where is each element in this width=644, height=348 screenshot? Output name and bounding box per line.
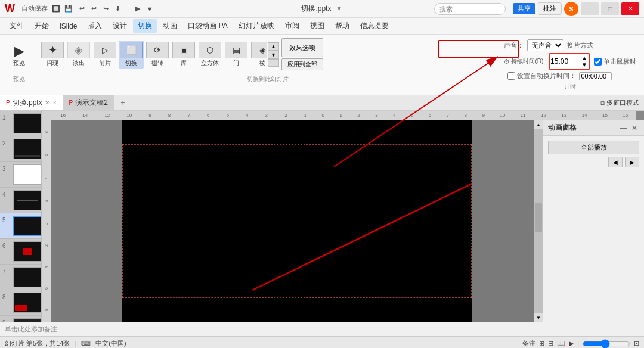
slide-image-7	[13, 267, 42, 287]
slide-thumb-4[interactable]: 4	[0, 188, 41, 213]
sound-select[interactable]: 无声音	[527, 39, 564, 51]
menu-design[interactable]: 设计	[108, 19, 132, 33]
slide-thumb-7[interactable]: 7	[0, 265, 41, 290]
panel-close-button[interactable]: ✕	[630, 124, 639, 132]
menu-transition[interactable]: 切换	[133, 19, 157, 33]
menu-insert[interactable]: 插入	[83, 19, 107, 33]
slide-image-4	[13, 190, 42, 210]
duration-down[interactable]: ▼	[580, 61, 589, 68]
app-logo: W	[5, 2, 15, 15]
maximize-button[interactable]: □	[601, 2, 619, 15]
slide-thumb-6[interactable]: 6	[0, 239, 41, 265]
tab2-icon: P	[69, 100, 73, 106]
status-divider2: |	[577, 340, 579, 347]
panel-next-button[interactable]: ▶	[625, 157, 639, 167]
scroll-thumb[interactable]	[535, 203, 542, 232]
play-all-button[interactable]: 全部播放	[548, 141, 639, 154]
menu-file[interactable]: 文件	[5, 19, 29, 33]
svg-line-0	[252, 183, 472, 290]
undo2-button[interactable]: ↩	[89, 4, 99, 14]
view-normal-icon[interactable]: ⊞	[539, 340, 544, 347]
slide-thumb-2[interactable]: 2	[0, 136, 41, 162]
tab-close-button[interactable]: ✕	[45, 100, 49, 106]
transitions-expand[interactable]: ⋯	[268, 59, 279, 67]
preview-button[interactable]: ▶ 预览	[7, 43, 31, 69]
panel-prev-button[interactable]: ◀	[608, 157, 623, 167]
menu-start[interactable]: 开始	[30, 19, 54, 33]
notes-toggle[interactable]: 备注	[522, 339, 535, 348]
slide-info: 幻灯片 第5张，共14张	[5, 339, 70, 348]
tab-main-file[interactable]: P 切换.pptx ✕ ×	[0, 95, 63, 110]
search-input[interactable]	[434, 3, 506, 15]
panel-collapse-button[interactable]: —	[618, 124, 628, 132]
trans-edge[interactable]: ◈ 棱	[250, 41, 267, 69]
view-slide-icon[interactable]: ⊟	[548, 340, 553, 347]
vertical-scrollbar[interactable]: ▲ ▼	[534, 120, 543, 322]
effect-options-button[interactable]: 效果选项	[281, 38, 323, 57]
tab-presentation2[interactable]: P 演示文稿2	[63, 95, 114, 110]
apply-all-button[interactable]: 应用到全部	[281, 58, 323, 70]
present-btn[interactable]: ▶	[133, 4, 143, 14]
slide-image-1	[13, 113, 42, 133]
trans-cube[interactable]: ⬡ 立方体	[197, 41, 222, 69]
notes-placeholder: 单击此处添加备注	[5, 325, 57, 334]
tab-separator: ×	[53, 100, 57, 106]
auto-time-input[interactable]	[579, 72, 612, 80]
tab-label: 切换.pptx	[13, 98, 42, 108]
more-btn[interactable]: ▼	[144, 4, 156, 14]
menu-pocket-animation[interactable]: 口袋动画 PA	[183, 19, 232, 33]
undo-button[interactable]: ↩	[77, 4, 87, 14]
slide-thumb-5[interactable]: 5	[0, 213, 41, 239]
slide-canvas	[122, 120, 472, 322]
zoom-fit-icon[interactable]: ⊡	[634, 340, 639, 347]
menu-view[interactable]: 视图	[305, 19, 329, 33]
preview-icon: ▶	[14, 45, 24, 58]
status-bar: 幻灯片 第5张，共14张 | ⌨ 中文(中国) 备注 ⊞ ⊟ 📖 ▶ | ⊡	[0, 336, 644, 348]
slide-thumb-3[interactable]: 3	[0, 162, 41, 188]
slide-image-6	[13, 241, 42, 262]
trans-prev[interactable]: ▷ 前片	[92, 41, 117, 69]
trans-rotate[interactable]: ⟳ 棚转	[145, 41, 170, 69]
window-mode-button[interactable]: ⧉ 多窗口模式	[600, 98, 639, 107]
click-checkbox[interactable]	[594, 58, 602, 66]
redo-button[interactable]: ↪	[101, 4, 111, 14]
autosave-toggle[interactable]: 自动保存	[19, 3, 50, 14]
scroll-up-button[interactable]: ▲	[534, 120, 543, 129]
menu-feeds[interactable]: 信息提要	[355, 19, 394, 33]
menu-slideshow[interactable]: 幻灯片放映	[234, 19, 279, 33]
scroll-down-button[interactable]: ▼	[534, 313, 543, 322]
share-button[interactable]: 共享	[513, 3, 535, 14]
view-present-icon[interactable]: ▶	[569, 340, 574, 347]
close-button[interactable]: ✕	[621, 2, 639, 15]
slide-image-2	[13, 139, 42, 159]
menu-review[interactable]: 审阅	[280, 19, 304, 33]
slide-thumb-1[interactable]: 1	[0, 111, 41, 136]
menu-animation[interactable]: 动画	[158, 19, 182, 33]
duration-up[interactable]: ▲	[580, 55, 589, 61]
save-button[interactable]: 💾	[62, 4, 75, 14]
slide-thumb-9[interactable]: 9	[0, 316, 41, 322]
minimize-button[interactable]: —	[581, 2, 599, 15]
tab-add-button[interactable]: ＋	[114, 98, 131, 108]
status-input-mode: ⌨	[81, 340, 91, 347]
zoom-slider[interactable]	[583, 339, 630, 349]
menu-islide[interactable]: iSlide	[55, 20, 82, 32]
ribbon-group-preview: ▶ 预览 预览	[4, 37, 35, 85]
comment-button[interactable]: 批注	[538, 2, 562, 15]
tab-bar: P 切换.pptx ✕ × P 演示文稿2 ＋ ⧉ 多窗口模式	[0, 95, 644, 111]
trans-gallery[interactable]: ▣ 库	[171, 41, 196, 69]
view-read-icon[interactable]: 📖	[557, 340, 565, 347]
canvas-area[interactable]: ▲ ▼	[51, 120, 543, 322]
auto-checkbox[interactable]	[507, 72, 515, 80]
trans-flash[interactable]: ✦ 闪现	[40, 41, 65, 69]
status-bar-right: 备注 ⊞ ⊟ 📖 ▶ | ⊡	[522, 339, 639, 349]
notes-area[interactable]: 单击此处添加备注	[0, 322, 644, 336]
trans-fade[interactable]: ◈ 淡出	[66, 41, 91, 69]
menu-help[interactable]: 帮助	[330, 19, 354, 33]
trans-door[interactable]: ▤ 门	[224, 41, 249, 69]
slide-thumb-8[interactable]: 8	[0, 290, 41, 316]
duration-input[interactable]: 15.00	[550, 57, 580, 66]
more-quick-btn[interactable]: ⬇	[113, 4, 123, 14]
trans-cut[interactable]: ⬜ 切换	[119, 41, 144, 69]
click-to-advance-label: 单击鼠标时	[594, 57, 636, 66]
